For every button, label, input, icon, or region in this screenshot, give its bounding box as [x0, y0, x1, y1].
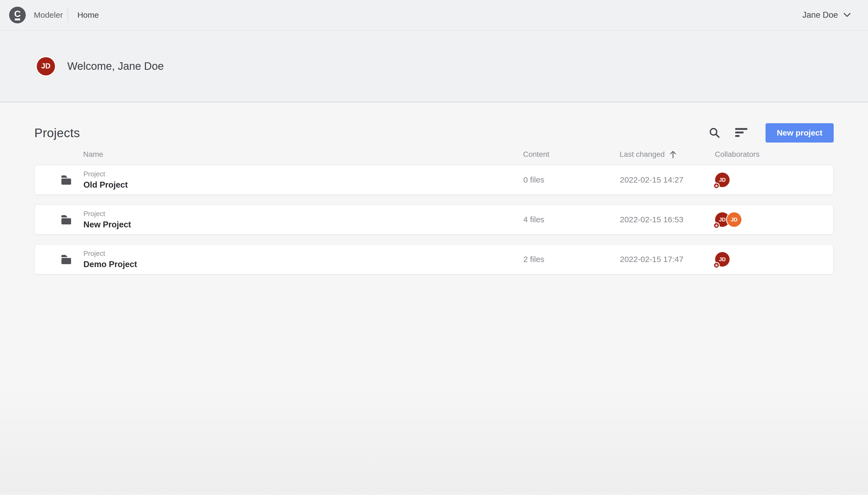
row-last-changed: 2022-02-15 17:47	[620, 255, 715, 264]
page-title: Projects	[34, 126, 80, 140]
row-type-label: Project	[84, 170, 128, 178]
welcome-message: Welcome, Jane Doe	[67, 60, 164, 72]
row-last-changed: 2022-02-15 14:27	[620, 175, 715, 184]
camunda-logo-icon[interactable]: C	[9, 7, 26, 23]
user-name-label: Jane Doe	[802, 10, 838, 20]
search-icon	[708, 127, 721, 139]
sort-button[interactable]	[735, 126, 748, 139]
folder-icon	[60, 253, 73, 266]
new-project-button[interactable]: New project	[765, 123, 834, 142]
row-collaborators: JD ★ JD	[715, 212, 834, 227]
collaborator-avatar: JD	[727, 212, 741, 227]
nav-divider	[68, 7, 68, 23]
sort-ascending-icon	[669, 150, 677, 159]
chevron-down-icon	[843, 12, 851, 18]
row-collaborators: JD ★	[715, 173, 834, 187]
project-row-demo-project[interactable]: Project Demo Project 2 files 2022-02-15 …	[34, 244, 834, 274]
row-content-count: 0 files	[523, 175, 620, 184]
row-project-name: Old Project	[84, 180, 128, 190]
folder-icon	[60, 213, 73, 226]
row-content-count: 4 files	[523, 215, 620, 224]
user-avatar: JD	[37, 57, 55, 75]
project-row-new-project[interactable]: Project New Project 4 files 2022-02-15 1…	[34, 205, 834, 235]
column-header-name[interactable]: Name	[34, 150, 523, 159]
avatar-initials: JD	[41, 62, 51, 70]
welcome-banner: JD Welcome, Jane Doe	[0, 31, 868, 103]
owner-star-badge-icon: ★	[713, 222, 720, 229]
row-last-changed: 2022-02-15 16:53	[620, 215, 715, 224]
collaborator-avatar: JD ★	[715, 173, 730, 187]
user-menu[interactable]: Jane Doe	[802, 10, 851, 20]
row-content-count: 2 files	[523, 255, 620, 264]
owner-star-badge-icon: ★	[713, 262, 720, 269]
sort-icon	[735, 127, 747, 138]
logo-letter: C	[14, 10, 21, 18]
row-type-label: Project	[84, 250, 137, 258]
nav-item-home[interactable]: Home	[77, 11, 99, 20]
row-project-name: Demo Project	[84, 260, 137, 269]
project-row-old-project[interactable]: Project Old Project 0 files 2022-02-15 1…	[34, 165, 834, 195]
collaborator-avatar: JD ★	[715, 252, 730, 267]
column-header-last-changed[interactable]: Last changed	[620, 150, 715, 159]
column-header-content[interactable]: Content	[523, 150, 620, 159]
owner-star-badge-icon: ★	[713, 183, 720, 189]
table-header-row: Name Content Last changed Collaborators	[34, 147, 834, 162]
row-type-label: Project	[84, 210, 131, 218]
projects-section: Projects New project Name Content La	[0, 103, 868, 494]
row-collaborators: JD ★	[715, 252, 834, 267]
logo-underline	[15, 18, 20, 20]
folder-icon	[60, 173, 73, 186]
projects-list: Project Old Project 0 files 2022-02-15 1…	[34, 165, 834, 274]
column-header-collaborators: Collaborators	[715, 150, 834, 159]
row-project-name: New Project	[84, 220, 131, 229]
top-nav: C Modeler Home Jane Doe	[0, 0, 868, 31]
app-name-label: Modeler	[34, 11, 63, 20]
search-button[interactable]	[708, 126, 721, 139]
